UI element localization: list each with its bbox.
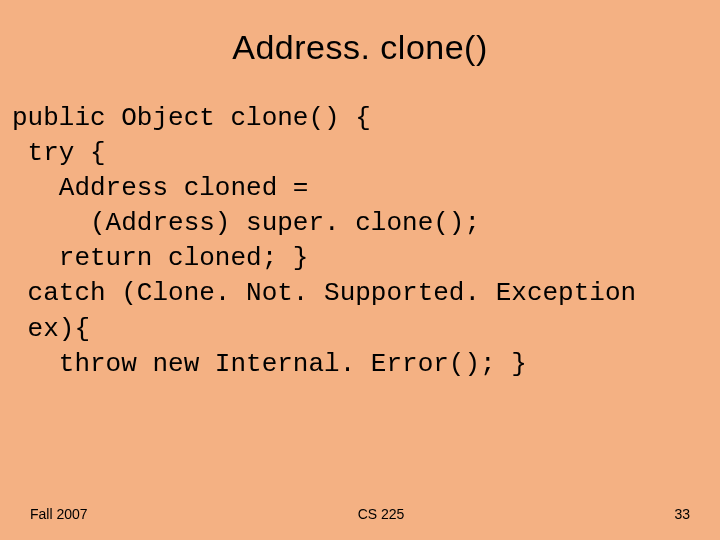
footer-right: 33 bbox=[674, 506, 690, 522]
footer-center: CS 225 bbox=[358, 506, 405, 522]
footer-left: Fall 2007 bbox=[30, 506, 88, 522]
footer: Fall 2007 CS 225 33 bbox=[0, 506, 720, 522]
code-block: public Object clone() { try { Address cl… bbox=[0, 101, 720, 382]
slide-title: Address. clone() bbox=[0, 0, 720, 101]
